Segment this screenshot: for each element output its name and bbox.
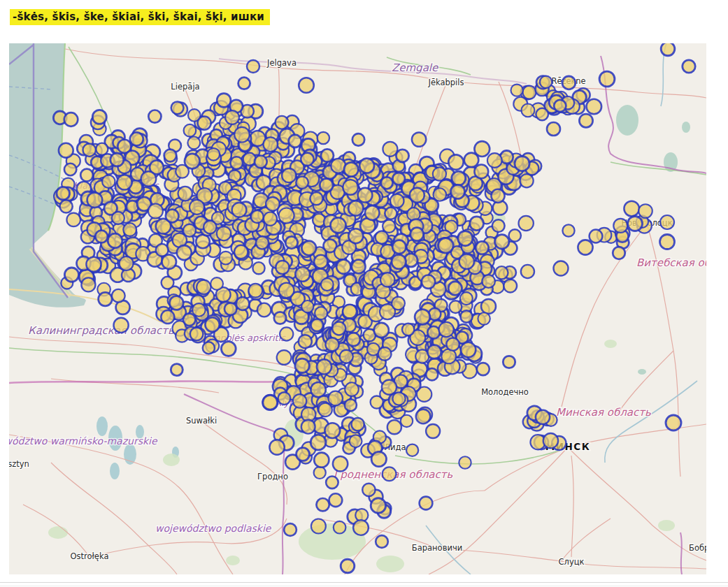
dot-marker bbox=[320, 179, 333, 192]
dot-marker bbox=[166, 210, 179, 223]
dot-marker bbox=[66, 213, 80, 227]
map-label: Suwałki bbox=[186, 416, 217, 426]
dot-marker bbox=[280, 327, 293, 340]
dot-marker bbox=[301, 153, 313, 166]
dot-marker bbox=[459, 456, 471, 468]
dot-marker bbox=[522, 104, 535, 117]
dot-marker bbox=[495, 235, 509, 249]
dot-marker bbox=[660, 235, 675, 249]
dot-marker bbox=[301, 241, 316, 256]
dot-marker bbox=[117, 175, 131, 189]
dot-marker bbox=[301, 420, 315, 434]
dot-marker bbox=[86, 257, 101, 272]
dot-marker bbox=[683, 60, 695, 73]
map-label: Молодечно bbox=[481, 387, 529, 397]
dot-marker bbox=[345, 399, 357, 411]
dot-marker bbox=[57, 187, 70, 200]
dot-marker bbox=[348, 229, 363, 243]
map-label: Jelgava bbox=[266, 58, 297, 68]
map-label: Гродно bbox=[257, 472, 288, 481]
dot-marker bbox=[426, 368, 438, 380]
dot-marker bbox=[439, 322, 454, 337]
dot-marker bbox=[511, 85, 523, 96]
dot-marker bbox=[252, 262, 264, 274]
dot-marker bbox=[378, 347, 392, 361]
dot-marker bbox=[329, 493, 343, 507]
dot-marker bbox=[197, 280, 210, 294]
dot-marker bbox=[482, 275, 495, 288]
dot-marker bbox=[470, 217, 484, 231]
map-label: Калининградская область bbox=[28, 324, 174, 337]
dot-marker bbox=[255, 156, 267, 168]
dot-marker bbox=[438, 238, 454, 254]
dot-marker bbox=[148, 110, 161, 123]
dot-marker bbox=[95, 231, 108, 243]
dot-marker bbox=[314, 467, 326, 479]
dot-marker bbox=[427, 326, 440, 339]
dot-marker bbox=[148, 204, 163, 219]
dot-marker bbox=[318, 403, 331, 416]
dot-marker bbox=[519, 216, 534, 231]
dot-marker bbox=[285, 236, 298, 249]
dot-marker bbox=[536, 410, 550, 424]
dot-marker bbox=[427, 345, 441, 359]
dot-marker bbox=[504, 280, 517, 293]
page-title-text: -škės, škis, ške, škiai, ški, škai, šķi,… bbox=[13, 10, 264, 23]
dot-marker bbox=[333, 456, 348, 471]
map-image: LiepājaJelgavaZemgaleJēkabpilsRēzekneKla… bbox=[9, 43, 706, 574]
dot-marker bbox=[411, 228, 424, 241]
dot-marker bbox=[317, 132, 329, 144]
dot-marker bbox=[315, 307, 327, 319]
dot-marker bbox=[587, 99, 602, 115]
dot-marker bbox=[325, 338, 338, 351]
dot-marker bbox=[434, 188, 447, 201]
dot-marker bbox=[460, 292, 473, 305]
dot-marker bbox=[343, 305, 357, 319]
map-label: Jēkabpils bbox=[428, 78, 464, 87]
dot-marker bbox=[613, 219, 627, 233]
dot-marker bbox=[248, 284, 262, 298]
dot-marker bbox=[295, 267, 310, 282]
dot-marker bbox=[171, 101, 184, 114]
dot-marker bbox=[344, 162, 358, 176]
dot-marker bbox=[660, 215, 674, 229]
dot-marker bbox=[459, 254, 474, 269]
dot-marker bbox=[59, 143, 73, 158]
dot-marker bbox=[460, 310, 472, 322]
dot-marker bbox=[83, 144, 96, 157]
dot-marker bbox=[234, 127, 250, 143]
dot-marker bbox=[515, 157, 529, 171]
dot-marker bbox=[351, 418, 364, 430]
dot-marker bbox=[277, 350, 292, 365]
dot-marker bbox=[210, 277, 223, 290]
dot-marker bbox=[410, 188, 424, 203]
dot-marker bbox=[99, 292, 113, 306]
dot-marker bbox=[299, 335, 312, 348]
dot-marker bbox=[187, 137, 200, 150]
dot-marker bbox=[376, 535, 388, 548]
dot-marker bbox=[599, 71, 615, 87]
dot-marker bbox=[371, 498, 385, 513]
dot-marker bbox=[578, 240, 592, 254]
dot-marker bbox=[279, 208, 294, 224]
dot-marker bbox=[230, 157, 243, 169]
dot-marker bbox=[92, 110, 106, 124]
map-label: Zemgale bbox=[392, 61, 439, 74]
dot-marker bbox=[523, 86, 536, 99]
dot-marker bbox=[521, 265, 534, 278]
dot-marker bbox=[554, 261, 569, 276]
dot-marker bbox=[178, 187, 192, 201]
dot-marker bbox=[401, 415, 413, 427]
dot-marker bbox=[266, 197, 280, 211]
dot-marker bbox=[347, 333, 360, 346]
dot-marker bbox=[64, 268, 78, 282]
dot-marker bbox=[392, 240, 406, 254]
dot-marker bbox=[205, 317, 219, 331]
dot-marker bbox=[380, 273, 394, 287]
dot-marker bbox=[392, 297, 405, 310]
dot-marker bbox=[162, 277, 174, 289]
dot-marker bbox=[296, 176, 308, 189]
dot-marker bbox=[474, 141, 490, 157]
dot-marker bbox=[221, 342, 236, 356]
dot-marker bbox=[543, 433, 558, 448]
